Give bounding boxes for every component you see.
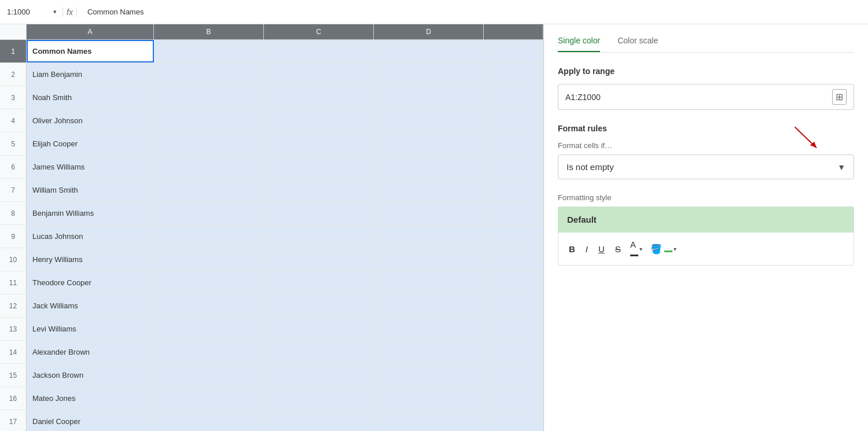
cell-b8[interactable]: [154, 202, 264, 224]
table-row[interactable]: 16Mateo Jones: [0, 387, 543, 410]
cell-d5[interactable]: [374, 132, 484, 155]
cell-a16[interactable]: Mateo Jones: [27, 387, 154, 410]
cell-d17[interactable]: [374, 410, 484, 431]
cell-a3[interactable]: Noah Smith: [27, 86, 154, 109]
table-row[interactable]: 5Elijah Cooper: [0, 132, 543, 156]
cell-d14[interactable]: [374, 341, 484, 363]
cell-a1[interactable]: Common Names: [27, 40, 154, 62]
cell-c17[interactable]: [264, 410, 374, 431]
grid-select-icon[interactable]: ⊞: [832, 89, 847, 105]
cell-c1[interactable]: [264, 40, 374, 62]
cell-c7[interactable]: [264, 179, 374, 201]
cell-d16[interactable]: [374, 387, 484, 410]
cell-b7[interactable]: [154, 179, 264, 201]
cell-b9[interactable]: [154, 225, 264, 248]
cell-ref-dropdown[interactable]: ▾: [53, 8, 57, 16]
table-row[interactable]: 15Jackson Brown: [0, 364, 543, 387]
cell-c9[interactable]: [264, 225, 374, 248]
sheet-body[interactable]: 1Common Names2Liam Benjamin3Noah Smith4O…: [0, 40, 543, 431]
table-row[interactable]: 11Theodore Cooper: [0, 271, 543, 294]
underline-button[interactable]: U: [595, 242, 608, 256]
cell-b2[interactable]: [154, 63, 264, 86]
table-row[interactable]: 12Jack Williams: [0, 294, 543, 318]
col-header-d[interactable]: D: [374, 24, 484, 39]
strikethrough-button[interactable]: S: [612, 242, 624, 256]
table-row[interactable]: 17Daniel Cooper: [0, 410, 543, 431]
cell-b3[interactable]: [154, 86, 264, 109]
cell-a6[interactable]: James Williams: [27, 156, 154, 178]
cell-d4[interactable]: [374, 109, 484, 132]
cell-c13[interactable]: [264, 318, 374, 340]
table-row[interactable]: 13Levi Williams: [0, 318, 543, 341]
cell-c5[interactable]: [264, 132, 374, 155]
cell-d9[interactable]: [374, 225, 484, 248]
cell-c8[interactable]: [264, 202, 374, 224]
italic-button[interactable]: I: [582, 242, 591, 256]
col-header-a[interactable]: A: [27, 24, 154, 39]
cell-a17[interactable]: Daniel Cooper: [27, 410, 154, 431]
cell-b11[interactable]: [154, 271, 264, 294]
col-header-b[interactable]: B: [154, 24, 264, 39]
table-row[interactable]: 7William Smith: [0, 179, 543, 202]
cell-b12[interactable]: [154, 294, 264, 317]
table-row[interactable]: 3Noah Smith: [0, 86, 543, 109]
cell-d7[interactable]: [374, 179, 484, 201]
table-row[interactable]: 4Oliver Johnson: [0, 109, 543, 132]
cell-a14[interactable]: Alexander Brown: [27, 341, 154, 363]
cell-a15[interactable]: Jackson Brown: [27, 364, 154, 386]
cell-d3[interactable]: [374, 86, 484, 109]
cell-c12[interactable]: [264, 294, 374, 317]
cell-a10[interactable]: Henry Williams: [27, 248, 154, 271]
table-row[interactable]: 8Benjamin Williams: [0, 202, 543, 225]
range-input-row[interactable]: A1:Z1000 ⊞: [558, 84, 854, 110]
cell-d10[interactable]: [374, 248, 484, 271]
cell-a11[interactable]: Theodore Cooper: [27, 271, 154, 294]
tab-single-color[interactable]: Single color: [558, 36, 600, 52]
cell-reference[interactable]: 1:1000: [7, 8, 47, 16]
cell-d13[interactable]: [374, 318, 484, 340]
table-row[interactable]: 6James Williams: [0, 156, 543, 179]
cell-a12[interactable]: Jack Williams: [27, 294, 154, 317]
cell-d8[interactable]: [374, 202, 484, 224]
table-row[interactable]: 9Lucas Johnson: [0, 225, 543, 248]
table-row[interactable]: 10Henry Williams: [0, 248, 543, 271]
cell-a2[interactable]: Liam Benjamin: [27, 63, 154, 86]
condition-select[interactable]: Is not empty ▼: [558, 154, 854, 179]
cell-d12[interactable]: [374, 294, 484, 317]
cell-d2[interactable]: [374, 63, 484, 86]
cell-b16[interactable]: [154, 387, 264, 410]
table-row[interactable]: 2Liam Benjamin: [0, 63, 543, 86]
cell-c2[interactable]: [264, 63, 374, 86]
cell-c6[interactable]: [264, 156, 374, 178]
bold-button[interactable]: B: [565, 242, 579, 256]
cell-b14[interactable]: [154, 341, 264, 363]
cell-d1[interactable]: [374, 40, 484, 62]
cell-b4[interactable]: [154, 109, 264, 132]
cell-c14[interactable]: [264, 341, 374, 363]
cell-a5[interactable]: Elijah Cooper: [27, 132, 154, 155]
tab-color-scale[interactable]: Color scale: [617, 36, 658, 52]
range-input-text[interactable]: A1:Z1000: [565, 93, 832, 102]
cell-b1[interactable]: [154, 40, 264, 62]
table-row[interactable]: 14Alexander Brown: [0, 341, 543, 364]
cell-a9[interactable]: Lucas Johnson: [27, 225, 154, 248]
cell-c3[interactable]: [264, 86, 374, 109]
cell-a13[interactable]: Levi Williams: [27, 318, 154, 340]
fill-color-button[interactable]: 🪣 ▾: [648, 241, 679, 257]
cell-d6[interactable]: [374, 156, 484, 178]
cell-d11[interactable]: [374, 271, 484, 294]
cell-c16[interactable]: [264, 387, 374, 410]
cell-b6[interactable]: [154, 156, 264, 178]
cell-d15[interactable]: [374, 364, 484, 386]
cell-c11[interactable]: [264, 271, 374, 294]
cell-a4[interactable]: Oliver Johnson: [27, 109, 154, 132]
col-header-c[interactable]: C: [264, 24, 374, 39]
cell-b15[interactable]: [154, 364, 264, 386]
cell-b5[interactable]: [154, 132, 264, 155]
cell-b10[interactable]: [154, 248, 264, 271]
cell-c4[interactable]: [264, 109, 374, 132]
formula-input[interactable]: Common Names: [83, 8, 861, 16]
cell-a7[interactable]: William Smith: [27, 179, 154, 201]
font-color-button[interactable]: A ▾: [628, 237, 645, 260]
cell-c10[interactable]: [264, 248, 374, 271]
